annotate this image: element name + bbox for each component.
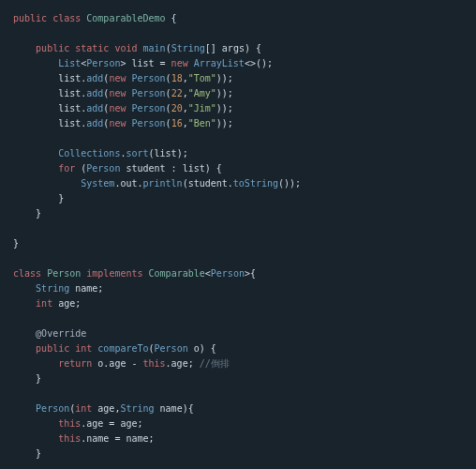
code-token	[13, 418, 58, 429]
code-token: {	[166, 13, 177, 23]
code-token: Person	[131, 103, 165, 113]
code-token: (	[75, 163, 86, 174]
code-token: System	[81, 178, 114, 189]
code-token: }	[13, 193, 64, 204]
code-token: "Ben"	[188, 118, 216, 129]
code-token: void	[114, 43, 137, 53]
code-token: .age = age;	[81, 418, 142, 429]
code-token: compareTo	[97, 343, 148, 354]
code-token: this	[58, 433, 81, 444]
code-token: Person	[155, 343, 188, 354]
code-token: "Tom"	[188, 73, 216, 83]
code-token: String	[120, 403, 154, 414]
code-token: [] args) {	[205, 43, 261, 53]
code-token: list.	[13, 88, 86, 98]
code-token: public	[36, 343, 69, 354]
code-token: this	[142, 358, 165, 369]
code-token: add	[86, 88, 103, 98]
code-token: int	[75, 343, 92, 354]
code-token: new	[109, 103, 126, 113]
code-token: .out.	[114, 178, 142, 189]
code-token	[13, 178, 81, 189]
code-token	[13, 163, 58, 174]
code-token: for	[58, 163, 75, 174]
code-token	[13, 433, 58, 444]
code-token: name){	[155, 403, 194, 414]
code-token: 18	[171, 73, 183, 83]
code-token: class	[52, 13, 81, 23]
code-token: add	[86, 73, 103, 83]
code-token: class	[13, 268, 41, 279]
code-token: age;	[52, 298, 81, 309]
code-token: //倒排	[200, 358, 230, 369]
code-token: "Amy"	[188, 88, 216, 98]
code-token: Person	[211, 268, 245, 279]
code-token: ArrayList	[194, 58, 245, 68]
code-token	[13, 43, 36, 53]
code-token	[13, 343, 36, 354]
code-token: public	[13, 13, 47, 23]
code-token: ));	[216, 88, 233, 98]
code-token: ());	[278, 178, 301, 189]
code-token: new	[109, 118, 126, 129]
code-token: main	[143, 43, 166, 53]
code-token: static	[75, 43, 109, 53]
code-token: "Jim"	[188, 103, 216, 113]
code-token: Person	[131, 118, 165, 129]
code-token: 22	[171, 88, 183, 98]
code-token	[13, 358, 58, 369]
code-token: }	[13, 208, 41, 219]
code-token: (student.	[183, 178, 233, 189]
code-token: 16	[171, 118, 183, 129]
code-token: list.	[13, 103, 86, 113]
code-token: age,	[92, 403, 120, 414]
code-token: add	[86, 103, 103, 113]
code-token	[13, 283, 36, 294]
code-token: list.	[13, 118, 86, 129]
code-token: println	[142, 178, 182, 189]
code-token: .age;	[166, 358, 200, 369]
code-token: student : list) {	[120, 163, 221, 174]
code-token: @Override	[36, 328, 86, 339]
code-token: o.age -	[92, 358, 142, 369]
code-block: public class ComparableDemo { public sta…	[0, 0, 476, 469]
code-token: name;	[69, 283, 103, 294]
code-token: Person	[86, 58, 120, 68]
code-token: (list);	[149, 148, 188, 159]
code-token: ));	[216, 118, 233, 129]
code-token: ));	[216, 103, 233, 113]
code-token: Person	[36, 403, 69, 414]
code-token: List	[58, 58, 81, 68]
code-token: Collections	[58, 148, 120, 159]
code-token: >{	[245, 268, 256, 279]
code-token: }	[13, 238, 19, 249]
code-token: <>();	[245, 58, 273, 68]
code-token	[13, 58, 58, 68]
code-token	[13, 328, 36, 339]
code-token: new	[171, 58, 188, 68]
code-token: list.	[13, 73, 86, 83]
code-token	[13, 298, 36, 309]
code-token: }	[13, 373, 41, 384]
code-token: }	[13, 448, 41, 459]
code-token: toString	[233, 178, 278, 189]
code-token: String	[36, 283, 69, 294]
code-token	[13, 403, 36, 414]
code-token: int	[75, 403, 92, 414]
code-token: new	[109, 73, 126, 83]
code-token	[13, 148, 58, 159]
code-token: Person	[47, 268, 81, 279]
code-token: sort	[126, 148, 148, 159]
code-token: 20	[171, 103, 183, 113]
code-token: Person	[86, 163, 120, 174]
code-token: implements	[86, 268, 142, 279]
code-token: this	[58, 418, 81, 429]
code-token: Person	[131, 73, 165, 83]
code-token: add	[86, 118, 103, 129]
code-token: Comparable	[149, 268, 205, 279]
code-token: o) {	[188, 343, 216, 354]
code-token: new	[109, 88, 126, 98]
code-token: String	[171, 43, 205, 53]
code-token: ));	[216, 73, 233, 83]
code-token: public	[36, 43, 69, 53]
